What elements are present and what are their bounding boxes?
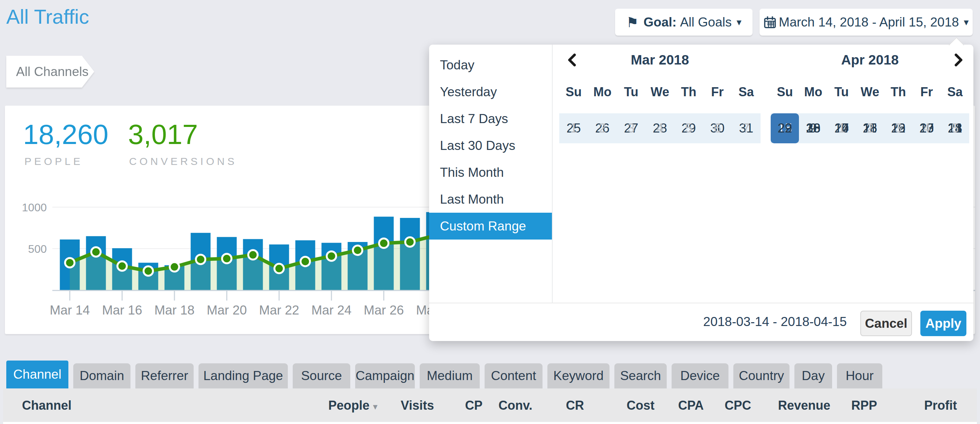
column-header-cr[interactable]: CR [566, 398, 584, 413]
calendar-icon [764, 16, 776, 29]
page-title: All Traffic [6, 5, 89, 28]
datepicker-range-today[interactable]: Today [429, 52, 552, 78]
table-header-row: ChannelPeople▾VisitsCPConv.CRCostCPACPCR… [3, 388, 977, 422]
column-header-conv[interactable]: Conv. [498, 398, 532, 413]
y-axis-tick-label: 500 [28, 243, 47, 255]
weekday-label: Mo [799, 85, 827, 100]
datepicker-range-last-7-days[interactable]: Last 7 Days [429, 105, 552, 132]
report-tabs: ChannelDomainReferrerLanding PageSourceC… [6, 360, 882, 388]
day-cell[interactable]: 30 [799, 113, 827, 143]
cancel-button[interactable]: Cancel [860, 311, 912, 336]
goal-value: All Goals [680, 15, 732, 30]
date-range-value: March 14, 2018 - April 15, 2018 [779, 15, 959, 30]
tab-device[interactable]: Device [671, 363, 729, 388]
column-header-rpp[interactable]: RPP [851, 398, 877, 413]
tab-day[interactable]: Day [794, 363, 832, 388]
conversions-point [170, 262, 179, 272]
date-range-button[interactable]: March 14, 2018 - April 15, 2018 ▾ [759, 9, 973, 36]
weekday-label: Sa [941, 85, 969, 100]
day-cell[interactable]: 1 [827, 113, 856, 143]
conversions-point [248, 250, 258, 259]
conversions-point [91, 247, 101, 257]
tab-source[interactable]: Source [293, 363, 350, 388]
breadcrumb[interactable]: All Channels [6, 56, 94, 87]
chevron-down-icon: ▾ [737, 16, 741, 28]
sort-caret-icon: ▾ [373, 401, 377, 412]
conversions-point [327, 251, 336, 261]
datepicker-range-custom-range[interactable]: Custom Range [429, 213, 552, 240]
weekday-label: Tu [827, 85, 856, 100]
x-axis-tick-label: Mar 24 [311, 303, 351, 317]
day-cell[interactable]: 5 [675, 113, 703, 143]
column-header-cp[interactable]: CP [465, 398, 482, 413]
goal-selector-button[interactable]: ⚑ Goal: All Goals ▾ [615, 9, 752, 36]
day-cell[interactable]: 3 [617, 113, 646, 143]
datepicker-range-last-month[interactable]: Last Month [429, 186, 552, 213]
month-header: Apr 2018 [771, 52, 969, 69]
weekday-label: Th [884, 85, 912, 100]
tab-domain[interactable]: Domain [73, 363, 130, 388]
breadcrumb-label: All Channels [16, 65, 89, 79]
weekday-label: Su [771, 85, 799, 100]
tab-search[interactable]: Search [614, 363, 667, 388]
day-cell[interactable]: 7 [732, 113, 760, 143]
tab-content[interactable]: Content [485, 363, 542, 388]
y-axis-tick-label: 1000 [22, 201, 47, 214]
weekday-label: Fr [912, 85, 940, 100]
column-header-cpa[interactable]: CPA [678, 398, 704, 413]
month-header: Mar 2018 [559, 52, 760, 69]
apply-button[interactable]: Apply [920, 311, 966, 336]
day-cell[interactable]: 3 [884, 113, 912, 143]
day-cell[interactable]: 1 [559, 113, 588, 143]
calendar-week-row: 1234567 [559, 113, 760, 143]
column-header-profit[interactable]: Profit [924, 398, 957, 413]
column-header-channel[interactable]: Channel [22, 398, 72, 413]
tab-campaign[interactable]: Campaign [355, 363, 415, 388]
column-header-people[interactable]: People▾ [328, 398, 377, 413]
datepicker-range-last-30-days[interactable]: Last 30 Days [429, 132, 552, 159]
dropdown-divider [552, 44, 553, 303]
day-cell[interactable]: 6 [703, 113, 732, 143]
analytics-dashboard: All Traffic ⚑ Goal: All Goals ▾ March 14… [0, 0, 980, 424]
weekday-label: Th [675, 85, 703, 100]
day-cell[interactable]: 29 [771, 113, 799, 143]
column-header-cpc[interactable]: CPC [725, 398, 751, 413]
tab-landing-page[interactable]: Landing Page [199, 363, 288, 388]
column-header-revenue[interactable]: Revenue [778, 398, 830, 413]
day-cell[interactable]: 4 [912, 113, 940, 143]
weekday-label: Sa [732, 85, 760, 100]
datepicker-range-this-month[interactable]: This Month [429, 159, 552, 186]
tab-medium[interactable]: Medium [420, 363, 480, 388]
conversions-point [118, 261, 127, 271]
tab-hour[interactable]: Hour [837, 363, 882, 388]
goal-label: Goal: [644, 15, 677, 30]
conversions-point [379, 238, 389, 248]
day-cell[interactable]: 2 [856, 113, 884, 143]
chevron-down-icon: ▾ [964, 16, 969, 28]
column-header-cost[interactable]: Cost [627, 398, 654, 413]
datepicker-range-yesterday[interactable]: Yesterday [429, 78, 552, 105]
conversions-point [275, 264, 284, 273]
preset-range-list: TodayYesterdayLast 7 DaysLast 30 DaysThi… [429, 52, 552, 240]
x-axis-tick-label: Mar 22 [259, 303, 299, 317]
x-axis-tick-label: Mar 26 [364, 303, 404, 317]
column-header-visits[interactable]: Visits [401, 398, 434, 413]
tab-referrer[interactable]: Referrer [135, 363, 194, 388]
conversions-point [353, 246, 363, 255]
month-title: Mar 2018 [559, 52, 760, 68]
tab-country[interactable]: Country [733, 363, 789, 388]
day-cell[interactable]: 2 [588, 113, 616, 143]
conversions-point [301, 257, 310, 266]
tab-channel[interactable]: Channel [6, 360, 68, 388]
day-cell[interactable]: 5 [941, 113, 969, 143]
x-axis-tick-label: Mar 18 [154, 303, 194, 317]
day-cell[interactable]: 4 [646, 113, 674, 143]
tab-keyword[interactable]: Keyword [547, 363, 609, 388]
calendar-week-row: 293012345 [771, 113, 969, 143]
weekday-label: Su [559, 85, 588, 100]
weekday-row: SuMoTuWeThFrSa [559, 85, 760, 100]
weekday-label: Mo [588, 85, 616, 100]
conversions-point [196, 254, 205, 264]
weekday-label: We [646, 85, 674, 100]
conversions-point [65, 258, 75, 267]
